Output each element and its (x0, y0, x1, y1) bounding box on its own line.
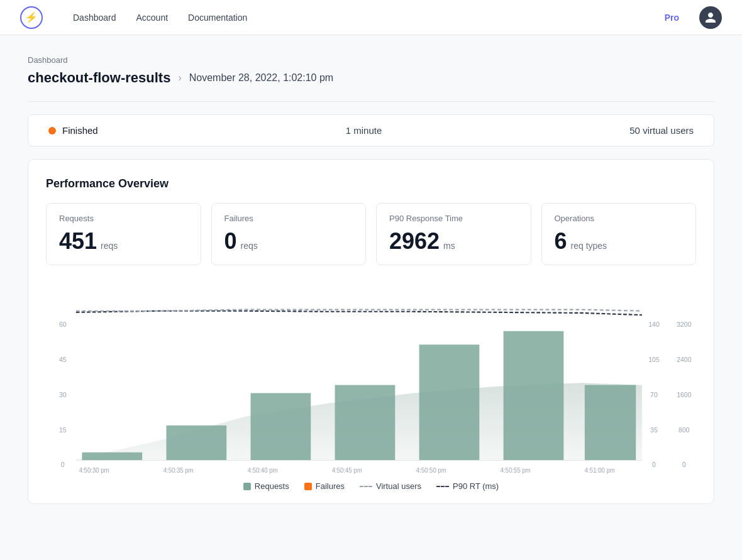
nav-documentation[interactable]: Documentation (188, 10, 247, 25)
metric-failures-label: Failures (224, 214, 353, 223)
svg-text:4:50:55 pm: 4:50:55 pm (501, 466, 531, 474)
svg-rect-15 (82, 453, 142, 461)
nav-pro-badge: Pro (665, 13, 679, 23)
svg-text:0: 0 (682, 461, 686, 469)
status-bar: Finished 1 minute 50 virtual users (28, 114, 714, 146)
metric-p90: P90 Response Time 2962 ms (376, 203, 531, 265)
legend-requests: Requests (243, 481, 289, 491)
metric-operations-unit: req types (571, 241, 607, 251)
svg-text:0: 0 (61, 461, 65, 469)
breadcrumb: Dashboard (28, 55, 714, 65)
navbar: ⚡ Dashboard Account Documentation Pro (0, 0, 742, 35)
metric-p90-unit: ms (443, 241, 455, 251)
svg-text:4:50:50 pm: 4:50:50 pm (416, 466, 446, 474)
main-content: Dashboard checkout-flow-results › Novemb… (13, 35, 729, 524)
svg-rect-17 (251, 393, 311, 460)
metrics-row: Requests 451 reqs Failures 0 reqs P90 Re… (46, 203, 696, 265)
metric-operations: Operations 6 req types (541, 203, 697, 265)
svg-text:30: 30 (59, 390, 67, 398)
nav-dashboard[interactable]: Dashboard (73, 10, 116, 25)
legend-p90-label: P90 RT (ms) (453, 481, 499, 491)
svg-text:4:50:35 pm: 4:50:35 pm (163, 466, 194, 474)
status-dot (48, 127, 56, 135)
metric-p90-label: P90 Response Time (389, 214, 518, 223)
legend-failures: Failures (304, 481, 345, 491)
page-title: checkout-flow-results (28, 70, 170, 86)
legend-requests-color (243, 483, 251, 490)
svg-rect-18 (335, 385, 396, 461)
svg-rect-21 (585, 385, 636, 461)
svg-text:105: 105 (648, 356, 660, 364)
metric-p90-value: 2962 (389, 228, 440, 255)
chart-legend: Requests Failures Virtual users P90 RT (… (46, 481, 696, 491)
metric-requests: Requests 451 reqs (46, 203, 201, 265)
svg-rect-16 (166, 425, 226, 461)
status-label: Finished (62, 125, 98, 136)
svg-rect-19 (419, 344, 480, 460)
svg-text:70: 70 (650, 390, 658, 398)
svg-rect-20 (504, 331, 564, 461)
status-virtual-users: 50 virtual users (629, 125, 694, 136)
metric-requests-label: Requests (59, 214, 188, 223)
svg-text:4:51:00 pm: 4:51:00 pm (585, 466, 615, 474)
legend-requests-label: Requests (255, 481, 289, 491)
svg-text:3200: 3200 (677, 321, 691, 329)
metric-operations-value: 6 (555, 228, 567, 255)
chart-container: 0 15 30 45 60 0 35 70 105 140 0 800 1600… (46, 285, 696, 474)
legend-virtual-users-line (360, 486, 372, 487)
nav-logo: ⚡ (20, 6, 43, 29)
svg-text:140: 140 (648, 321, 660, 329)
metric-requests-unit: reqs (101, 241, 118, 251)
divider (28, 101, 714, 102)
metric-operations-label: Operations (555, 214, 684, 223)
perf-title: Performance Overview (46, 177, 696, 190)
page-date: November 28, 2022, 1:02:10 pm (189, 72, 333, 84)
svg-text:15: 15 (59, 425, 67, 434)
legend-p90: P90 RT (ms) (436, 481, 499, 491)
svg-text:35: 35 (650, 425, 658, 434)
metric-failures-value: 0 (224, 228, 237, 255)
svg-text:4:50:45 pm: 4:50:45 pm (332, 466, 362, 474)
legend-virtual-users: Virtual users (360, 481, 421, 491)
svg-text:2400: 2400 (677, 356, 691, 364)
svg-text:45: 45 (59, 356, 67, 364)
svg-text:4:50:40 pm: 4:50:40 pm (248, 466, 278, 474)
legend-failures-color (304, 483, 312, 490)
status-duration: 1 minute (98, 125, 630, 136)
svg-text:60: 60 (59, 321, 67, 329)
nav-account[interactable]: Account (136, 10, 169, 25)
page-title-row: checkout-flow-results › November 28, 202… (28, 70, 714, 86)
legend-p90-line (436, 486, 449, 487)
svg-text:1600: 1600 (677, 390, 691, 398)
svg-text:0: 0 (652, 461, 656, 469)
logo-icon: ⚡ (20, 6, 43, 29)
chevron-right-icon: › (178, 72, 181, 84)
svg-text:4:50:30 pm: 4:50:30 pm (79, 466, 109, 474)
metric-failures: Failures 0 reqs (211, 203, 367, 265)
performance-card: Performance Overview Requests 451 reqs F… (28, 159, 714, 504)
legend-failures-label: Failures (316, 481, 345, 491)
legend-virtual-users-label: Virtual users (376, 481, 421, 491)
avatar[interactable] (699, 6, 722, 29)
svg-text:800: 800 (678, 425, 690, 434)
metric-requests-value: 451 (59, 228, 97, 255)
metric-failures-unit: reqs (241, 241, 258, 251)
chart-svg: 0 15 30 45 60 0 35 70 105 140 0 800 1600… (46, 285, 696, 474)
